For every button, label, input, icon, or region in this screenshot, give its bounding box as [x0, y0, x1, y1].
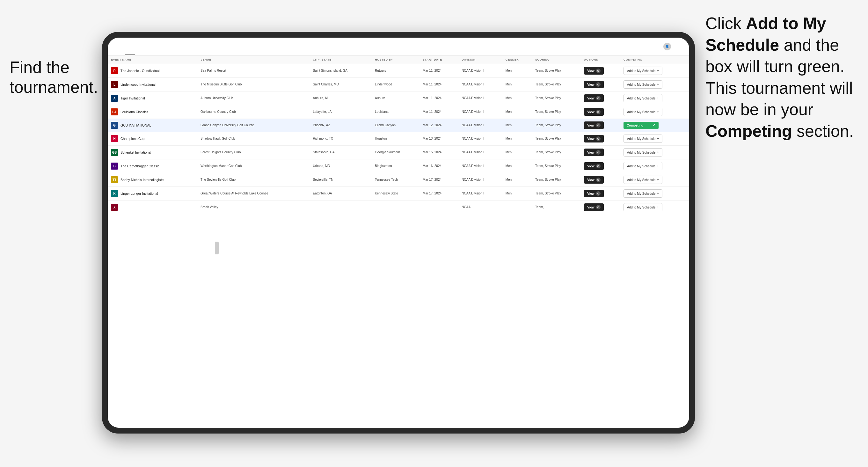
actions-cell: View ⊙ — [581, 187, 620, 200]
annotation-right: Click Add to My Schedule and the box wil… — [706, 13, 859, 142]
actions-cell: View ⊙ — [581, 78, 620, 92]
competing-button[interactable]: Competing ✓ — [623, 122, 658, 129]
gender-cell: Men — [502, 146, 532, 159]
division-cell: NCAA Division I — [458, 159, 502, 173]
city-cell — [310, 200, 372, 214]
add-to-schedule-button[interactable]: Add to My Schedule + — [623, 203, 663, 211]
view-icon: ⊙ — [596, 205, 600, 210]
divider: | — [677, 44, 678, 49]
col-gender: GENDER — [502, 56, 532, 64]
venue-cell: Sea Palms Resort — [197, 64, 310, 78]
add-label: Add to My Schedule — [627, 110, 656, 114]
venue-cell: The Missouri Bluffs Golf Club — [197, 78, 310, 92]
add-to-schedule-button[interactable]: Add to My Schedule + — [623, 108, 663, 116]
gender-cell: Men — [502, 105, 532, 119]
view-button[interactable]: View ⊙ — [584, 94, 604, 102]
table-row: TT Bobby Nichols Intercollegiate The Sev… — [108, 173, 689, 187]
city-cell: Saint Simons Island, GA — [310, 64, 372, 78]
view-button[interactable]: View ⊙ — [584, 162, 604, 170]
plus-icon: + — [657, 96, 659, 100]
add-to-schedule-button[interactable]: Add to My Schedule + — [623, 80, 663, 89]
view-button[interactable]: View ⊙ — [584, 108, 604, 116]
hosted-cell: Kennesaw State — [372, 187, 420, 200]
competing-cell: Add to My Schedule + — [620, 159, 689, 173]
view-button[interactable]: View ⊙ — [584, 121, 604, 129]
team-logo: GS — [111, 149, 118, 156]
tablet-frame: 👤 | EVENT NAME VENUE CITY, STATE HOSTED — [102, 32, 695, 434]
sidebar-toggle[interactable] — [215, 242, 219, 254]
view-icon: ⊙ — [596, 110, 600, 114]
col-actions: ACTIONS — [581, 56, 620, 64]
add-to-schedule-button[interactable]: Add to My Schedule + — [623, 189, 663, 198]
table-row: G GCU INVITATIONAL Grand Canyon Universi… — [108, 119, 689, 132]
team-logo: X — [111, 204, 118, 211]
add-to-schedule-button[interactable]: Add to My Schedule + — [623, 94, 663, 102]
add-to-schedule-button[interactable]: Add to My Schedule + — [623, 176, 663, 184]
city-cell: Richmond, TX — [310, 132, 372, 146]
view-button[interactable]: View ⊙ — [584, 81, 604, 88]
team-logo: TT — [111, 176, 118, 183]
view-button[interactable]: View ⊙ — [584, 204, 604, 211]
scoring-cell: Team, Stroke Play — [532, 132, 581, 146]
venue-cell: Forest Heights Country Club — [197, 146, 310, 159]
scoring-cell: Team, Stroke Play — [532, 159, 581, 173]
competing-cell: Add to My Schedule + — [620, 187, 689, 200]
city-cell: Phoenix, AZ — [310, 119, 372, 132]
hosted-cell: Tennessee Tech — [372, 173, 420, 187]
actions-cell: View ⊙ — [581, 119, 620, 132]
view-icon: ⊙ — [596, 68, 600, 73]
view-icon: ⊙ — [596, 164, 600, 168]
gender-cell: Men — [502, 132, 532, 146]
add-to-schedule-button[interactable]: Add to My Schedule + — [623, 148, 663, 157]
scoring-cell: Team, — [532, 200, 581, 214]
date-cell: Mar 16, 2024 — [420, 159, 458, 173]
event-name-cell: K Linger Longer Invitational — [108, 187, 197, 200]
gender-cell — [502, 200, 532, 214]
view-button[interactable]: View ⊙ — [584, 67, 604, 74]
date-cell: Mar 11, 2024 — [420, 92, 458, 105]
add-to-schedule-button[interactable]: Add to My Schedule + — [623, 162, 663, 170]
view-button[interactable]: View ⊙ — [584, 176, 604, 184]
tab-teams[interactable] — [135, 38, 145, 55]
col-hosted-by: HOSTED BY — [372, 56, 420, 64]
table-row: A Tiger Invitational Auburn University C… — [108, 92, 689, 105]
plus-icon: + — [657, 68, 659, 73]
event-name: Lindenwood Invitational — [121, 83, 156, 86]
view-icon: ⊙ — [596, 191, 600, 196]
date-cell: Mar 13, 2024 — [420, 132, 458, 146]
add-label: Add to My Schedule — [627, 164, 656, 168]
tab-tournaments[interactable] — [125, 38, 135, 55]
date-cell: Mar 11, 2024 — [420, 64, 458, 78]
plus-icon: + — [657, 164, 659, 168]
view-button[interactable]: View ⊙ — [584, 149, 604, 156]
view-icon: ⊙ — [596, 150, 600, 155]
table-container: EVENT NAME VENUE CITY, STATE HOSTED BY S… — [108, 56, 689, 214]
table-header-row: EVENT NAME VENUE CITY, STATE HOSTED BY S… — [108, 56, 689, 64]
user-icon: 👤 — [663, 43, 671, 50]
division-cell: NCAA Division I — [458, 105, 502, 119]
city-cell: Sevierville, TN — [310, 173, 372, 187]
date-cell — [420, 200, 458, 214]
competing-cell: Add to My Schedule + — [620, 92, 689, 105]
actions-cell: View ⊙ — [581, 132, 620, 146]
team-logo: A — [111, 95, 118, 102]
event-name-cell: G GCU INVITATIONAL — [108, 119, 197, 132]
view-button[interactable]: View ⊙ — [584, 135, 604, 143]
venue-cell: Worthington Manor Golf Club — [197, 159, 310, 173]
add-to-schedule-button[interactable]: Add to My Schedule + — [623, 134, 663, 143]
add-to-schedule-button[interactable]: Add to My Schedule + — [623, 67, 663, 75]
event-name: Champions Cup — [121, 137, 145, 141]
table-row: GS Schenkel Invitational Forest Heights … — [108, 146, 689, 159]
actions-cell: View ⊙ — [581, 146, 620, 159]
competing-cell: Competing ✓ — [620, 119, 689, 132]
event-name: GCU INVITATIONAL — [121, 123, 151, 127]
view-button[interactable]: View ⊙ — [584, 190, 604, 197]
competing-cell: Add to My Schedule + — [620, 173, 689, 187]
division-cell: NCAA Division I — [458, 119, 502, 132]
view-icon: ⊙ — [596, 178, 600, 182]
scoring-cell: Team, Stroke Play — [532, 173, 581, 187]
tournament-table: EVENT NAME VENUE CITY, STATE HOSTED BY S… — [108, 56, 689, 214]
hosted-cell: Lindenwood — [372, 78, 420, 92]
plus-icon: + — [657, 136, 659, 141]
date-cell: Mar 17, 2024 — [420, 173, 458, 187]
